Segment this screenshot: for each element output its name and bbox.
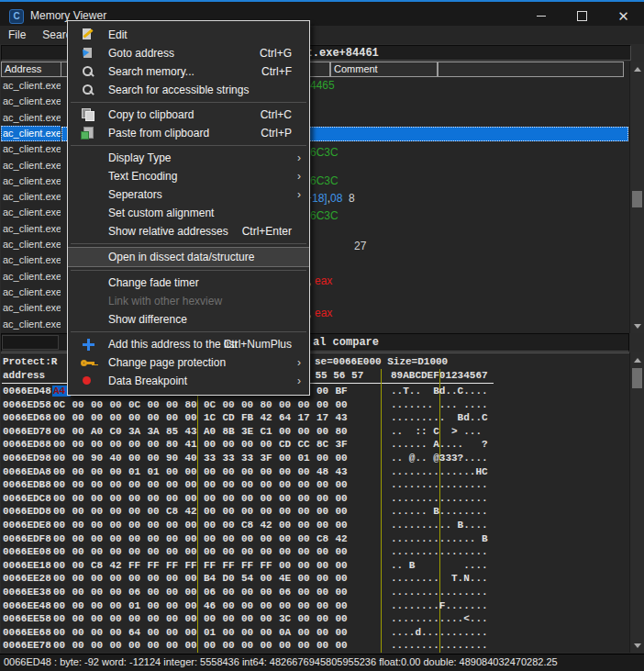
hex-byte[interactable]: 00 [316, 613, 333, 624]
hex-byte[interactable]: D0 [223, 573, 239, 584]
hex-byte[interactable]: 00 [148, 520, 164, 531]
hex-byte[interactable]: 00 [128, 613, 145, 624]
address-list-row[interactable]: ac_client.exe [1, 158, 65, 173]
address-list-row[interactable]: ac_client.exe [1, 317, 65, 332]
hex-byte[interactable]: 00 [316, 587, 333, 598]
hex-byte[interactable]: 43 [336, 412, 352, 423]
hex-byte[interactable]: 33 [223, 453, 239, 464]
hex-byte[interactable]: 00 [185, 600, 202, 611]
hex-byte[interactable]: 00 [72, 546, 89, 557]
address-list-row[interactable]: ac_client.exe [1, 126, 65, 141]
menu-item-copy-to-clipboard[interactable]: Copy to clipboardCtrl+C [68, 106, 309, 124]
hex-address[interactable]: 0066EE38 [3, 587, 51, 598]
hex-byte[interactable]: 00 [223, 506, 239, 517]
hex-byte[interactable]: 00 [110, 546, 127, 557]
hex-byte[interactable]: 33 [241, 453, 258, 464]
menu-item-text-encoding[interactable]: Text Encoding› [68, 167, 309, 185]
hex-byte[interactable]: 00 [166, 520, 183, 531]
hex-byte[interactable]: 46 [204, 600, 220, 611]
menu-item-show-difference[interactable]: Show difference [68, 310, 309, 329]
hex-byte[interactable]: 00 [110, 506, 127, 517]
hex-byte[interactable]: 17 [298, 412, 315, 423]
hex-byte[interactable]: 00 [241, 640, 258, 651]
hex-byte[interactable]: 00 [204, 546, 220, 557]
menu-item-goto-address[interactable]: Goto addressCtrl+G [68, 44, 309, 62]
hex-byte[interactable]: FF [166, 560, 183, 571]
hex-byte[interactable]: 00 [185, 533, 202, 544]
hex-ascii[interactable]: ................ [391, 546, 488, 557]
hex-byte[interactable]: 40 [110, 453, 127, 464]
address-list-row[interactable]: ac_client.exe [1, 189, 65, 205]
hex-byte[interactable]: 00 [72, 493, 89, 504]
hex-byte[interactable]: 00 [72, 533, 89, 544]
hex-byte[interactable]: 00 [166, 412, 183, 423]
hex-byte[interactable]: 00 [336, 640, 352, 651]
hex-byte[interactable]: 01 [204, 627, 220, 638]
scroll-down-icon[interactable] [631, 639, 643, 652]
hex-byte[interactable]: 80 [185, 399, 202, 410]
scroll-up-icon[interactable] [631, 62, 643, 75]
hex-byte[interactable]: 00 [148, 533, 164, 544]
hex-byte[interactable]: C0 [110, 426, 127, 437]
address-list-row[interactable]: ac_client.exe [1, 300, 65, 316]
hex-ascii[interactable]: ......... Bd..C [391, 412, 488, 423]
hex-byte[interactable]: 00 [223, 493, 239, 504]
hex-byte[interactable]: 00 [241, 627, 258, 638]
hex-byte[interactable]: 00 [72, 426, 89, 437]
hex-byte[interactable]: 00 [298, 533, 315, 544]
hex-byte[interactable]: C8 [166, 506, 183, 517]
scroll-down-icon[interactable] [631, 319, 643, 332]
hex-byte[interactable]: 00 [185, 466, 202, 477]
hex-byte[interactable]: 00 [72, 600, 89, 611]
hex-byte[interactable]: 33 [204, 453, 220, 464]
hex-byte[interactable]: 00 [128, 520, 145, 531]
disasm-header-comment[interactable]: Comment [330, 62, 438, 77]
hex-ascii[interactable]: ........F....... [391, 600, 488, 611]
address-list-row[interactable]: ac_client.exe [1, 205, 65, 220]
hex-byte[interactable]: 00 [336, 546, 352, 557]
hex-byte[interactable]: 90 [91, 453, 107, 464]
hex-byte[interactable]: 80 [261, 399, 277, 410]
hex-byte[interactable]: C8 [241, 520, 258, 531]
hex-byte[interactable]: 00 [223, 479, 239, 490]
hex-byte[interactable]: FF [241, 560, 258, 571]
hex-byte[interactable]: 00 [298, 520, 315, 531]
hex-byte[interactable]: 00 [336, 613, 352, 624]
hex-byte[interactable]: 01 [298, 453, 315, 464]
hex-byte[interactable]: 00 [91, 640, 107, 651]
hex-byte[interactable]: 00 [241, 613, 258, 624]
hex-byte[interactable]: 00 [241, 466, 258, 477]
hex-byte[interactable]: 00 [204, 520, 220, 531]
hex-byte[interactable]: 00 [148, 587, 164, 598]
hex-byte[interactable]: 00 [204, 506, 220, 517]
menu-item-search-memory[interactable]: Search memory...Ctrl+F [68, 62, 309, 81]
hex-address[interactable]: 0066EDF8 [3, 533, 51, 544]
hex-byte[interactable]: A0 [204, 426, 220, 437]
hex-byte[interactable]: 00 [128, 493, 145, 504]
hex-byte[interactable]: 00 [148, 600, 164, 611]
hex-byte[interactable]: 00 [185, 613, 202, 624]
hex-byte[interactable]: 00 [53, 613, 70, 624]
close-button[interactable]: ✕ [603, 4, 644, 28]
hex-byte[interactable]: 00 [91, 520, 107, 531]
hex-byte[interactable]: 06 [128, 587, 145, 598]
hex-byte[interactable]: 00 [316, 627, 333, 638]
hex-byte[interactable]: 00 [148, 613, 164, 624]
hex-byte[interactable]: 00 [336, 479, 352, 490]
menu-item-data-breakpoint[interactable]: Data Breakpoint› [68, 372, 309, 390]
hex-byte[interactable]: A0 [91, 426, 107, 437]
hex-byte[interactable]: 00 [261, 493, 277, 504]
hex-byte[interactable]: BF [336, 386, 352, 397]
hex-byte[interactable]: 3E [241, 426, 258, 437]
hex-byte[interactable]: 3F [336, 439, 352, 450]
hex-byte[interactable]: 43 [185, 426, 202, 437]
hex-byte[interactable]: 00 [148, 439, 164, 450]
hex-byte[interactable]: 00 [298, 640, 315, 651]
hex-byte[interactable]: 00 [316, 573, 333, 584]
minimize-button[interactable] [520, 4, 561, 28]
hex-byte[interactable]: 00 [110, 587, 127, 598]
hex-ascii[interactable]: ....d........... [391, 627, 488, 638]
hex-ascii[interactable]: .............. B [391, 533, 488, 544]
hex-byte[interactable]: 00 [53, 412, 70, 423]
hex-byte[interactable]: 00 [204, 613, 220, 624]
